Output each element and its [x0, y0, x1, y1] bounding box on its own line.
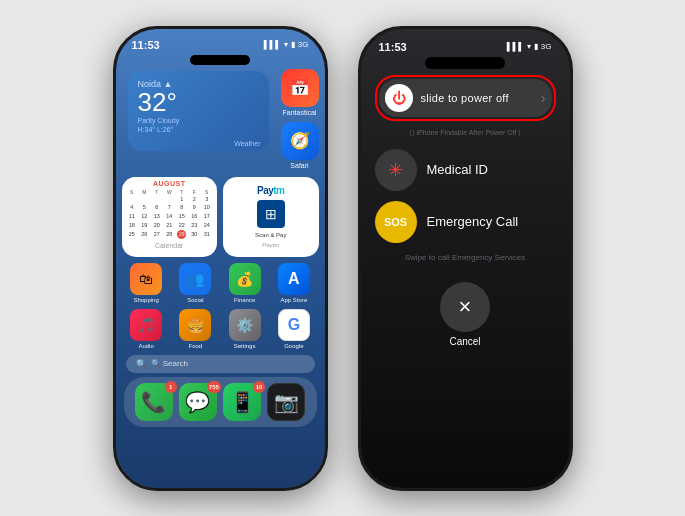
calendar-widget[interactable]: AUGUST S M T W T F S 1 2 3 4 [122, 177, 218, 257]
power-slider-container: ⏻ slide to power off › [375, 75, 556, 121]
widget-row: AUGUST S M T W T F S 1 2 3 4 [116, 173, 325, 261]
google-app[interactable]: G Google [271, 309, 316, 349]
audio-app[interactable]: 🎵 Audio [124, 309, 169, 349]
status-icons-right: ▌▌▌ ▾ ▮ 3G [507, 42, 552, 51]
emergency-call-label: Emergency Call [427, 214, 519, 229]
safari-label: Safari [290, 162, 308, 169]
appstore-app[interactable]: A App Store [271, 263, 316, 303]
power-slider[interactable]: ⏻ slide to power off › [379, 79, 552, 117]
power-slider-text: slide to power off [421, 92, 509, 104]
app-grid-row1: 🛍 Shopping 👥 Social 💰 Finance A App Stor… [116, 261, 325, 305]
google-icon: G [278, 309, 310, 341]
settings-label: Settings [234, 343, 256, 349]
app-grid-row2: 🎵 Audio 🍔 Food ⚙️ Settings G Google [116, 307, 325, 351]
paytm-app-label: Paytm [262, 242, 279, 248]
slider-arrow: › [541, 90, 546, 106]
social-icon: 👥 [179, 263, 211, 295]
audio-label: Audio [138, 343, 153, 349]
status-time-left: 11:53 [132, 39, 160, 51]
shopping-app[interactable]: 🛍 Shopping [124, 263, 169, 303]
emergency-call-icon: SOS [375, 201, 417, 243]
finance-icon: 💰 [229, 263, 261, 295]
dynamic-island-right [425, 57, 505, 69]
status-time-right: 11:53 [379, 41, 407, 53]
calendar-today: 29 [177, 230, 186, 239]
weather-highlow: H:34° L:26° [138, 126, 259, 133]
safari-app-icon: 🧭 [281, 122, 319, 160]
search-bar[interactable]: 🔍 🔍 Search [126, 355, 315, 373]
whatsapp-app[interactable]: 📱 10 [223, 383, 261, 421]
fantastical-app-icon: 📅 [281, 69, 319, 107]
status-icons-left: ▌▌▌ ▾ ▮ 3G [264, 40, 309, 49]
right-side-button-indicator [327, 159, 328, 219]
phone-app[interactable]: 📞 1 [135, 383, 173, 421]
right-battery-icon: ▮ [534, 42, 538, 51]
cancel-icon: × [459, 294, 472, 320]
safari-icon[interactable]: 🧭 Safari [281, 122, 319, 169]
wifi-icon: ▾ [284, 40, 288, 49]
power-button-circle: ⏻ [385, 84, 413, 112]
findable-text: ⟨⟩ iPhone Findable After Power Off ⟩ [375, 129, 556, 137]
cancel-button[interactable]: × [440, 282, 490, 332]
settings-app[interactable]: ⚙️ Settings [222, 309, 267, 349]
dock: 📞 1 💬 755 📱 10 📷 [124, 377, 317, 427]
right-phone: 11:53 ▌▌▌ ▾ ▮ 3G ⏻ slide to power off › … [358, 26, 573, 491]
messages-badge: 755 [207, 381, 221, 393]
medical-id-icon: ✳ [375, 149, 417, 191]
network-label: 3G [298, 40, 309, 49]
social-app[interactable]: 👥 Social [173, 263, 218, 303]
calendar-grid: S M T W T F S 1 2 3 4 5 6 [122, 187, 218, 241]
food-label: Food [189, 343, 203, 349]
right-phone-screen: 11:53 ▌▌▌ ▾ ▮ 3G ⏻ slide to power off › … [361, 29, 570, 488]
left-side-button-indicator [113, 159, 114, 209]
food-app[interactable]: 🍔 Food [173, 309, 218, 349]
camera-app[interactable]: 📷 [267, 383, 305, 421]
battery-icon: ▮ [291, 40, 295, 49]
cancel-label: Cancel [449, 336, 480, 347]
weather-label: Weather [234, 140, 260, 147]
paytm-scan-label: Scan & Pay [255, 232, 286, 238]
search-placeholder: 🔍 Search [151, 359, 189, 368]
asterisk-icon: ✳ [388, 159, 403, 181]
right-wifi-icon: ▾ [527, 42, 531, 51]
finance-app[interactable]: 💰 Finance [222, 263, 267, 303]
paytm-widget[interactable]: Paytm ⊞ Scan & Pay Paytm [223, 177, 319, 257]
calendar-month: AUGUST [122, 177, 218, 187]
weather-widget[interactable]: Noida ▲ 32° Partly Cloudy H:34° L:26° We… [128, 71, 269, 151]
right-signal-icon: ▌▌▌ [507, 42, 524, 51]
signal-icon: ▌▌▌ [264, 40, 281, 49]
shopping-icon: 🛍 [130, 263, 162, 295]
fantastical-label: Fantastical [283, 109, 317, 116]
weather-temp: 32° [138, 89, 259, 115]
appstore-label: App Store [281, 297, 308, 303]
left-phone: 11:53 ▌▌▌ ▾ ▮ 3G Noida ▲ 32° Partly Clou… [113, 26, 328, 491]
medical-id-label: Medical ID [427, 162, 488, 177]
google-label: Google [284, 343, 303, 349]
sos-text: SOS [384, 216, 407, 228]
audio-icon: 🎵 [130, 309, 162, 341]
fantastical-icon[interactable]: 📅 Fantastical [281, 69, 319, 116]
dynamic-island-left [190, 55, 250, 65]
settings-icon: ⚙️ [229, 309, 261, 341]
shopping-label: Shopping [133, 297, 158, 303]
power-icon: ⏻ [392, 90, 406, 106]
emergency-call-row[interactable]: SOS Emergency Call [375, 201, 556, 243]
paytm-qr-icon: ⊞ [257, 200, 285, 228]
phone-badge: 1 [165, 381, 177, 393]
status-bar-left: 11:53 ▌▌▌ ▾ ▮ 3G [116, 29, 325, 53]
swipe-hint: Swipe to call Emergency Services [375, 253, 556, 262]
finance-label: Finance [234, 297, 255, 303]
calendar-label: Calendar [122, 242, 218, 249]
cancel-container: × Cancel [361, 282, 570, 347]
appstore-icon: A [278, 263, 310, 295]
left-phone-screen: 11:53 ▌▌▌ ▾ ▮ 3G Noida ▲ 32° Partly Clou… [116, 29, 325, 488]
food-icon: 🍔 [179, 309, 211, 341]
medical-id-row[interactable]: ✳ Medical ID [375, 149, 556, 191]
weather-description: Partly Cloudy [138, 117, 259, 124]
whatsapp-badge: 10 [253, 381, 265, 393]
status-bar-right: 11:53 ▌▌▌ ▾ ▮ 3G [361, 29, 570, 55]
search-icon: 🔍 [136, 359, 147, 369]
social-label: Social [187, 297, 203, 303]
right-network: 3G [541, 42, 552, 51]
messages-app[interactable]: 💬 755 [179, 383, 217, 421]
